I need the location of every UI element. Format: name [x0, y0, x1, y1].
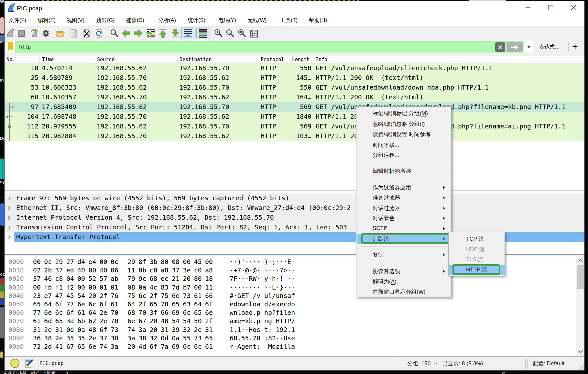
close-button[interactable] — [566, 1, 581, 14]
hex-byte[interactable]: 79 — [127, 275, 136, 283]
hex-byte[interactable]: 20 — [89, 292, 97, 300]
packet-row-25[interactable]: 254.580789192.168.55.70192.168.55.62HTTP… — [5, 73, 584, 83]
hex-byte[interactable]: 54 — [172, 317, 180, 325]
hex-row-00a0[interactable]: 00a0722d4167656e743a204d6f7a696c6c61r-Ag… — [5, 343, 584, 351]
column-header-destination[interactable]: Destination — [180, 56, 212, 63]
hex-byte[interactable]: 65 — [33, 300, 41, 309]
filter-value[interactable]: http — [19, 41, 31, 53]
hex-byte[interactable]: 47 — [55, 292, 63, 300]
resize-grip[interactable] — [579, 365, 583, 370]
hex-byte[interactable]: 2f — [150, 292, 158, 300]
hex-byte[interactable]: 2b — [44, 266, 52, 275]
hex-row-0040[interactable]: 004023e7474554202f76756c2f756e736166#·GE… — [5, 292, 584, 300]
hex-byte[interactable]: 01 — [111, 283, 119, 292]
packet-row-104[interactable]: 10417.698748192.168.55.70192.168.55.62HT… — [5, 112, 584, 122]
hex-byte[interactable]: 73 — [194, 334, 202, 343]
hex-byte[interactable]: 3d — [66, 317, 74, 325]
column-header-no[interactable]: No. — [6, 56, 15, 63]
hex-row-0080[interactable]: 0080312e310d0a486f73743a203139322e311.1·… — [5, 326, 584, 334]
hex-byte[interactable]: 6f — [55, 300, 63, 309]
hex-byte[interactable]: 21 — [172, 275, 180, 283]
hex-byte[interactable]: 35 — [77, 334, 85, 343]
hex-byte[interactable]: 61 — [194, 292, 202, 300]
hex-scrollbar[interactable] — [576, 256, 584, 356]
hex-byte[interactable]: 75 — [127, 292, 136, 300]
hex-byte[interactable]: 64 — [89, 309, 97, 317]
hex-byte[interactable]: 65 — [172, 300, 180, 309]
packet-row-97[interactable]: 9717.685409192.168.55.62192.168.55.70HTT… — [5, 102, 584, 112]
hex-byte[interactable]: 00 — [100, 258, 108, 266]
go-to-last-button[interactable] — [170, 28, 181, 39]
hex-byte[interactable]: 31 — [55, 326, 63, 334]
hex-byte[interactable]: 20 — [150, 317, 158, 325]
hex-byte[interactable]: 54 — [183, 317, 191, 325]
column-separator[interactable] — [290, 57, 290, 63]
hex-byte[interactable]: 0b — [138, 266, 147, 275]
column-separator[interactable] — [177, 57, 178, 63]
column-separator[interactable] — [39, 57, 40, 63]
hex-byte[interactable]: 38 — [138, 334, 147, 343]
hex-byte[interactable]: 39 — [172, 326, 180, 334]
stop-capture-button[interactable] — [16, 28, 27, 39]
hex-byte[interactable]: 2d — [44, 343, 52, 351]
open-file-button[interactable] — [54, 28, 65, 39]
hex-byte[interactable]: 78 — [161, 300, 169, 309]
status-profile[interactable]: 配置: Default — [533, 357, 565, 370]
hex-byte[interactable]: 0c — [111, 258, 119, 266]
close-file-button[interactable] — [81, 28, 92, 39]
hex-byte[interactable]: 00 — [89, 283, 97, 292]
context-menu-item[interactable]: 对话过滤器 — [357, 203, 452, 213]
hex-byte[interactable]: 2e — [44, 326, 52, 334]
hex-byte[interactable]: ed — [66, 266, 74, 275]
hex-byte[interactable]: 48 — [89, 326, 97, 334]
hex-byte[interactable]: 6e — [205, 309, 213, 317]
restart-capture-button[interactable] — [29, 28, 40, 39]
scroll-up-icon[interactable] — [578, 259, 583, 262]
hex-byte[interactable]: e4 — [89, 258, 97, 266]
hex-byte[interactable]: 64 — [127, 300, 136, 309]
hex-byte[interactable]: 4d — [138, 343, 147, 351]
hex-byte[interactable]: 0a — [172, 334, 180, 343]
expert-info-icon[interactable] — [10, 359, 19, 368]
packet-row-53[interactable]: 5310.606323192.168.55.62192.168.55.70HTT… — [5, 83, 584, 93]
column-header-length[interactable]: Length — [292, 56, 310, 63]
hex-byte[interactable]: 67 — [66, 343, 74, 351]
go-back-button[interactable] — [121, 28, 132, 39]
column-header-info[interactable]: Info — [316, 56, 327, 63]
column-header-time[interactable]: Time — [42, 56, 54, 63]
hex-byte[interactable]: 73 — [111, 326, 119, 334]
hex-byte[interactable]: 6e — [127, 317, 136, 325]
hex-byte[interactable]: 2e — [100, 317, 108, 325]
hex-byte[interactable]: 50 — [194, 317, 202, 325]
hex-byte[interactable]: fb — [44, 283, 52, 292]
hex-byte[interactable]: 70 — [111, 309, 119, 317]
filter-history-dropdown[interactable] — [524, 41, 534, 53]
hex-byte[interactable]: 37 — [100, 334, 108, 343]
submenu-item-udp[interactable]: UDP 流 — [449, 244, 505, 254]
hex-byte[interactable]: ec — [161, 275, 169, 283]
hex-row-0090[interactable]: 009036382e35352e37303a38320d0a55736568.5… — [5, 334, 584, 343]
hex-byte[interactable]: 75 — [161, 292, 169, 300]
hex-byte[interactable]: 83 — [161, 283, 169, 292]
detail-row[interactable]: Transmission Control Protocol, Src Port:… — [5, 223, 584, 232]
hex-byte[interactable]: 65 — [55, 317, 63, 325]
detail-row[interactable]: Internet Protocol Version 4, Src: 192.16… — [5, 213, 584, 223]
menu-a[interactable]: 分析(A) — [158, 14, 176, 26]
hex-byte[interactable]: 41 — [55, 343, 63, 351]
hex-byte[interactable]: 2f — [205, 317, 213, 325]
hex-byte[interactable]: 3a — [111, 343, 119, 351]
hex-byte[interactable]: 2e — [194, 326, 202, 334]
hex-byte[interactable]: 7a — [161, 343, 169, 351]
hex-byte[interactable]: 3a — [127, 334, 136, 343]
hex-byte[interactable]: 70 — [111, 317, 119, 325]
hex-byte[interactable]: 2f — [100, 292, 108, 300]
packet-row-60[interactable]: 6010.610357192.168.55.70192.168.55.62HTT… — [5, 93, 584, 102]
hex-byte[interactable]: 74 — [127, 326, 136, 334]
hex-byte[interactable]: ab — [111, 275, 119, 283]
column-separator[interactable] — [259, 57, 259, 63]
hex-byte[interactable]: a8 — [205, 266, 213, 275]
hex-byte[interactable]: 61 — [77, 309, 85, 317]
hex-byte[interactable]: 77 — [33, 309, 41, 317]
hex-byte[interactable]: 37 — [172, 266, 180, 275]
menu-w[interactable]: 无线(W) — [247, 14, 267, 26]
